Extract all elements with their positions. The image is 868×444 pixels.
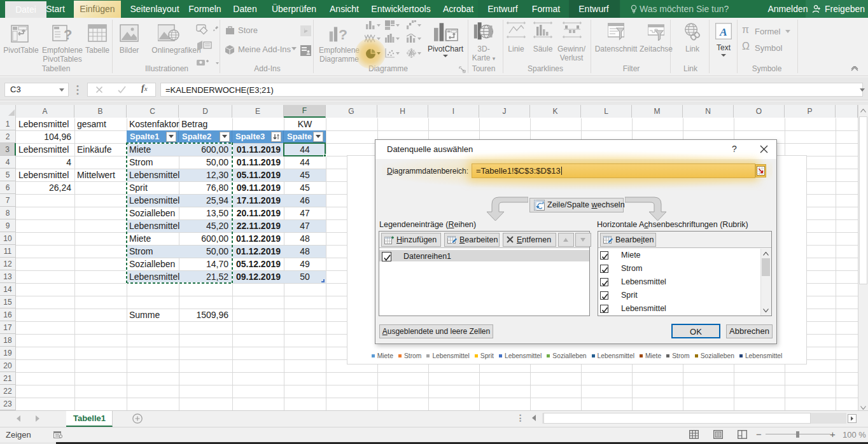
svg-text:A: A [719,25,727,38]
svg-text:?: ? [64,27,72,43]
svg-text:?: ? [339,26,347,43]
